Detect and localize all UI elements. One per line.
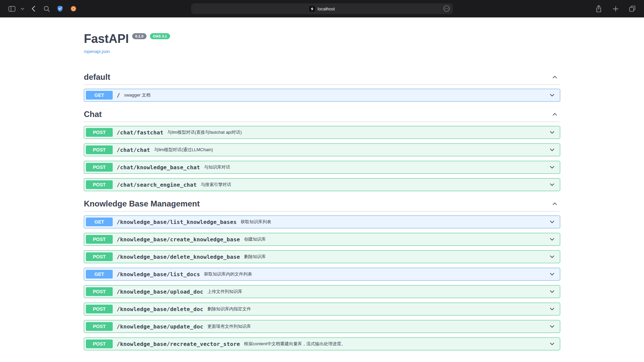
operation-expand-button[interactable] [549,341,558,347]
operation-description: 与llm模型对话(直接与fastchat api对话) [167,129,242,135]
section-collapse-button[interactable] [549,110,560,119]
browser-toolbar: localhost [0,0,644,17]
page-content: FastAPI 0.1.0 OAS 3.1 /openapi.json defa… [0,17,644,362]
operation-description: 删除知识库内指定文件 [207,306,251,312]
operation-expand-button[interactable] [549,181,558,188]
new-tab-button[interactable] [610,3,621,14]
sidebar-toggle-button[interactable] [6,3,17,14]
operation-row[interactable]: POST/knowledge_base/upload_doc上传文件到知识库 [84,285,560,298]
operation-description: 与知识库对话 [204,164,230,170]
operation-expand-button[interactable] [549,219,558,225]
operation-description: 更新现有文件到知识库 [207,323,251,329]
operation-path: /chat/search_engine_chat [113,182,201,188]
operation-expand-button[interactable] [549,306,558,312]
method-badge: POST [86,287,113,296]
method-badge: POST [86,305,113,313]
chevron-up-icon [551,200,558,207]
operation-path: / [113,92,124,99]
chevron-up-icon [551,111,558,118]
operation-expand-button[interactable] [549,236,558,243]
method-badge: POST [86,163,113,172]
toolbar-left-cluster [6,3,79,14]
method-badge: GET [86,270,113,279]
operation-description: 创建知识库 [244,236,266,242]
section-collapse-button[interactable] [549,199,560,208]
chevron-down-icon [549,306,555,312]
api-sections: defaultGET/swagger 文档ChatPOST/chat/fastc… [84,69,560,350]
operation-description: 与搜索引擎对话 [201,182,231,188]
openapi-spec-link[interactable]: /openapi.json [84,49,110,54]
operation-path: /knowledge_base/delete_knowledge_base [113,254,244,260]
sidebar-menu-chevron-button[interactable] [19,3,25,14]
extension-orange-button[interactable] [68,3,79,14]
tab-overview-button[interactable] [627,3,638,14]
api-section-default: defaultGET/swagger 文档 [84,69,560,102]
api-section-chat: ChatPOST/chat/fastchat与llm模型对话(直接与fastch… [84,106,560,191]
search-icon [44,6,50,12]
operation-path: /knowledge_base/list_docs [113,271,204,278]
operation-list: GET/knowledge_base/list_knowledge_bases获… [84,216,560,350]
operation-row[interactable]: GET/knowledge_base/list_docs获取知识库内的文件列表 [84,268,560,281]
operation-expand-button[interactable] [549,92,558,99]
operation-row[interactable]: POST/knowledge_base/delete_doc删除知识库内指定文件 [84,303,560,315]
method-badge: GET [86,91,113,100]
method-badge: POST [86,252,113,261]
operation-row[interactable]: POST/knowledge_base/create_knowledge_bas… [84,233,560,246]
operation-expand-button[interactable] [549,164,558,171]
operation-row[interactable]: POST/chat/fastchat与llm模型对话(直接与fastchat a… [84,126,560,139]
extension-blue-button[interactable] [54,3,66,14]
operation-row[interactable]: POST/knowledge_base/update_doc更新现有文件到知识库 [84,320,560,333]
operation-path: /knowledge_base/create_knowledge_base [113,236,244,243]
operation-expand-button[interactable] [549,129,558,136]
operation-expand-button[interactable] [549,271,558,278]
operation-row[interactable]: POST/knowledge_base/recreate_vector_stor… [84,338,560,350]
chevron-down-icon [549,219,555,225]
section-collapse-button[interactable] [549,72,560,82]
method-badge: POST [86,180,113,189]
operation-list: POST/chat/fastchat与llm模型对话(直接与fastchat a… [84,126,560,191]
chevron-up-icon [551,74,558,80]
operation-expand-button[interactable] [549,253,558,260]
method-badge: POST [86,322,113,331]
operation-path: /knowledge_base/list_knowledge_bases [113,219,241,225]
method-badge: POST [86,128,113,137]
operation-expand-button[interactable] [549,146,558,153]
section-header[interactable]: Chat [84,106,560,122]
url-text: localhost [318,6,335,11]
chevron-down-icon [549,164,555,171]
section-title-label: default [84,72,110,82]
operation-path: /knowledge_base/delete_doc [113,306,207,312]
operation-path: /knowledge_base/recreate_vector_store [113,341,244,347]
address-bar[interactable]: localhost [191,3,453,14]
chevron-down-icon [549,253,555,260]
plus-icon [613,6,619,12]
operation-row[interactable]: POST/knowledge_base/delete_knowledge_bas… [84,250,560,263]
section-title-label: Knowledge Base Management [84,199,200,208]
chevron-down-icon [549,146,555,153]
search-button[interactable] [41,3,52,14]
operation-row[interactable]: GET/knowledge_base/list_knowledge_bases获… [84,216,560,228]
operation-list: GET/swagger 文档 [84,89,560,102]
operation-path: /knowledge_base/upload_doc [113,289,207,295]
operation-row[interactable]: GET/swagger 文档 [84,89,560,102]
section-header[interactable]: default [84,69,560,85]
section-header[interactable]: Knowledge Base Management [84,196,560,212]
operation-path: /chat/fastchat [113,129,167,136]
back-button[interactable] [28,3,39,14]
operation-expand-button[interactable] [549,323,558,330]
operation-expand-button[interactable] [549,288,558,295]
tab-overview-icon [629,5,636,12]
operation-row[interactable]: POST/chat/search_engine_chat与搜索引擎对话 [84,178,560,191]
sidebar-icon [8,6,15,12]
api-section-knowledge-base-management: Knowledge Base ManagementGET/knowledge_b… [84,196,560,350]
method-badge: POST [86,340,113,348]
ellipsis-circle-icon [443,5,450,12]
page-menu-button[interactable] [443,5,450,12]
operation-row[interactable]: POST/chat/knowledge_base_chat与知识库对话 [84,161,560,174]
method-badge: POST [86,235,113,244]
operation-row[interactable]: POST/chat/chat与llm模型对话(通过LLMChain) [84,143,560,156]
operation-description: swagger 文档 [124,92,151,98]
share-button[interactable] [593,3,604,14]
chevron-down-icon [549,181,555,188]
swagger-container: FastAPI 0.1.0 OAS 3.1 /openapi.json defa… [77,33,567,350]
